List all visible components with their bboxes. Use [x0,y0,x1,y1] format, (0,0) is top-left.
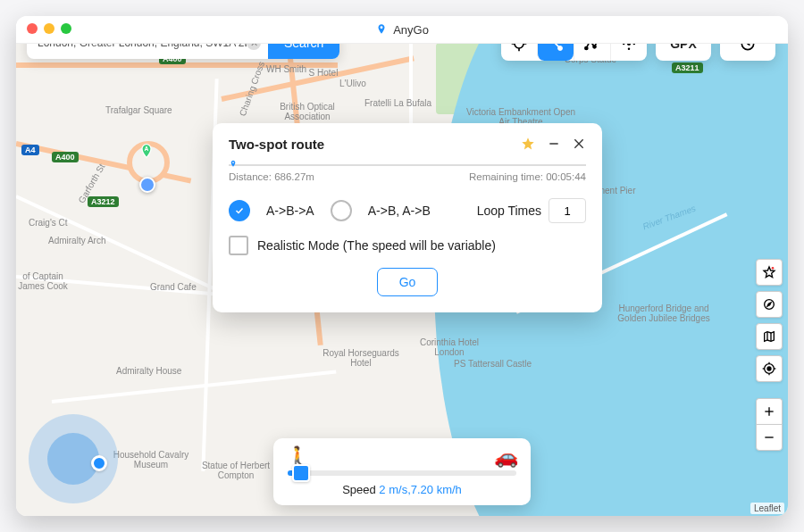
compass-button[interactable] [756,291,783,318]
current-location-dot [139,177,155,193]
minimize-card-button[interactable] [547,137,561,151]
locate-icon [762,362,776,376]
speed-slider[interactable] [288,470,516,476]
car-icon: 🚗 [494,445,518,469]
zoom-in-button[interactable] [756,398,783,424]
svg-point-0 [381,26,383,29]
route-option-abab-label: A->B, A->B [368,204,431,218]
close-card-button[interactable] [572,137,586,151]
route-option-aba-label: A->B->A [266,204,314,218]
speed-slider-thumb[interactable] [292,464,310,482]
svg-point-9 [585,47,588,50]
route-remaining: Remaining time: 00:05:44 [469,171,586,182]
svg-marker-22 [767,303,771,306]
favorite-route-button[interactable] [520,136,536,152]
route-option-aba-radio[interactable] [229,200,250,221]
plus-icon [762,404,776,419]
loop-times-input[interactable] [549,198,586,223]
map-icon [762,329,776,344]
close-icon [572,137,586,151]
zoom-controls [756,398,783,451]
app-window: AnyGo A A400 A400 A4 A3212 A3211 Trafalg… [16,16,788,516]
svg-point-20 [772,267,775,270]
titlebar: AnyGo [16,16,788,44]
minimize-window[interactable] [44,23,54,34]
loop-times-label: Loop Times [477,204,541,218]
svg-marker-34 [522,137,534,149]
side-tools [756,259,783,451]
check-icon [234,205,245,216]
route-card: Two-spot route Distance: 686.27m Remaini… [213,123,602,312]
virtual-joystick[interactable] [29,414,118,503]
app-title-text: AnyGo [393,23,429,37]
fullscreen-window[interactable] [61,23,71,34]
app-title: AnyGo [375,23,429,37]
map-attribution: Leaflet [750,503,784,514]
speed-panel: 🚶 🚗 Speed 2 m/s,7.20 km/h [273,438,531,505]
route-option-abab-radio[interactable] [331,200,352,221]
speed-label: Speed [342,483,376,496]
svg-point-25 [767,367,771,370]
favorites-button[interactable] [756,259,783,286]
locate-button[interactable] [756,355,783,382]
star-icon [520,136,536,152]
zoom-out-button[interactable] [756,424,783,451]
svg-point-17 [628,48,631,51]
road-badge: A3212 [88,196,119,207]
road-badge: A3211 [672,62,703,73]
location-pin-icon: A [138,143,155,161]
app-pin-icon [375,23,388,36]
star-icon [762,265,776,279]
road-badge: A400 [52,152,79,162]
compass-icon [762,297,776,312]
svg-point-38 [232,162,234,163]
route-start-pin-icon [229,158,238,170]
window-controls [27,23,71,34]
close-window[interactable] [27,23,38,34]
speed-value: 2 m/s,7.20 km/h [379,483,461,496]
go-button[interactable]: Go [377,268,439,296]
route-progress-bar [229,164,586,166]
route-card-title: Two-spot route [229,137,324,152]
road-badge: A4 [21,145,39,155]
minus-icon [762,430,776,445]
realistic-mode-checkbox[interactable] [229,236,248,255]
realistic-mode-label: Realistic Mode (The speed will be variab… [257,238,496,253]
svg-text:A: A [145,145,149,152]
svg-point-11 [593,46,596,48]
route-distance: Distance: 686.27m [229,171,314,182]
minimize-icon [547,137,561,151]
map-type-button[interactable] [756,323,783,350]
